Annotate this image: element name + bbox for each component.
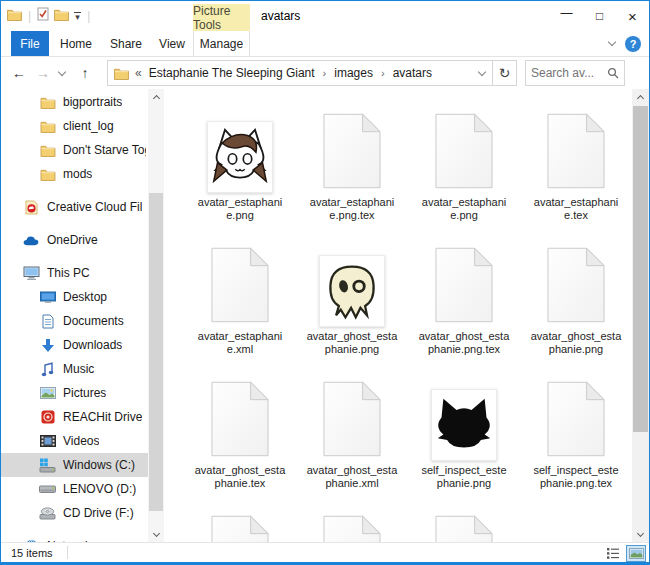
sidebar-item-windows-c[interactable]: Windows (C:)	[1, 453, 148, 477]
file-item[interactable]	[408, 503, 520, 542]
scroll-up-icon[interactable]	[148, 89, 164, 104]
new-folder-icon[interactable]	[54, 7, 69, 25]
file-item[interactable]	[296, 503, 408, 542]
sidebar-item-network[interactable]: Network	[1, 534, 148, 542]
caption-buttons: — □ ×	[550, 1, 649, 31]
file-item-avatar-ghost-estaphanie-png[interactable]: avatar_ghost_estaphanie.png	[520, 235, 632, 369]
tab-share[interactable]: Share	[103, 31, 149, 56]
qat-separator: |	[27, 9, 32, 23]
address-box[interactable]: « Estaphanie The Sleeping Giant › images…	[107, 60, 517, 86]
sidebar-item-client-log[interactable]: client_log	[1, 114, 148, 138]
sidebar-item-label: REACHit Drive	[63, 410, 142, 424]
main-scrollbar[interactable]	[632, 89, 649, 542]
sidebar-item-this-pc[interactable]: This PC	[1, 261, 148, 285]
sidebar-tree: bigportraitsclient_logDon't Starve Togmo…	[1, 90, 148, 542]
sidebar-scrollbar[interactable]	[148, 89, 164, 542]
sidebar-item-videos[interactable]: Videos	[1, 429, 148, 453]
file-item-avatar-estaphanie-png-tex[interactable]: avatar_estaphanie.png.tex	[296, 101, 408, 235]
ribbon-tabs: File Home Share View Manage ?	[1, 31, 649, 57]
file-item-avatar-estaphanie-xml[interactable]: avatar_estaphanie.xml	[184, 235, 296, 369]
sidebar-item-label: Documents	[63, 314, 124, 328]
qat-customize-icon[interactable]: ▾	[74, 12, 81, 20]
breadcrumb-segment[interactable]: images	[332, 66, 375, 80]
sidebar-item-pictures[interactable]: Pictures	[1, 381, 148, 405]
file-item-self-inspect-estephanie-png[interactable]: self_inspect_estephanie.png	[408, 369, 520, 503]
file-item-avatar-ghost-estaphanie-tex[interactable]: avatar_ghost_estaphanie.tex	[184, 369, 296, 503]
file-item-avatar-ghost-estaphanie-png-tex[interactable]: avatar_ghost_estaphanie.png.tex	[408, 235, 520, 369]
file-item-avatar-estaphanie-png[interactable]: avatar_estaphanie.png	[184, 101, 296, 235]
drive-icon	[39, 481, 56, 498]
breadcrumb-segment[interactable]: Estaphanie The Sleeping Giant	[147, 66, 317, 80]
tab-file[interactable]: File	[11, 31, 49, 56]
file-label: avatar_ghost_estaphanie.png	[297, 330, 407, 356]
breadcrumb-segment[interactable]: avatars	[391, 66, 434, 80]
document-file-icon	[211, 247, 269, 327]
scroll-down-icon[interactable]	[632, 527, 648, 542]
sidebar-item-label: Creative Cloud Fil	[47, 200, 142, 214]
sidebar-item-label: OneDrive	[47, 233, 98, 247]
sidebar-item-documents[interactable]: Documents	[1, 309, 148, 333]
maximize-button[interactable]: □	[583, 1, 616, 31]
sidebar-item-music[interactable]: Music	[1, 357, 148, 381]
search-icon[interactable]	[607, 67, 619, 79]
reachit-icon	[39, 409, 56, 426]
document-file-icon	[547, 247, 605, 327]
document-file-icon	[435, 113, 493, 193]
tab-view[interactable]: View	[153, 31, 191, 56]
sidebar-item-cd-drive-f[interactable]: CD Drive (F:)	[1, 501, 148, 525]
search-input[interactable]	[531, 66, 607, 80]
breadcrumb-separator: ›	[317, 67, 333, 79]
sidebar-item-downloads[interactable]: Downloads	[1, 333, 148, 357]
sidebar-item-label: Pictures	[63, 386, 106, 400]
large-icons-view-button[interactable]	[626, 545, 646, 562]
file-item-avatar-estaphanie-tex[interactable]: avatar_estaphanie.tex	[520, 101, 632, 235]
picture-tools-tab[interactable]: Picture Tools	[193, 4, 250, 31]
scrollbar-thumb[interactable]	[149, 193, 163, 511]
pictures-icon	[39, 385, 56, 402]
refresh-button[interactable]: ↻	[492, 61, 516, 85]
folder-icon[interactable]	[7, 7, 22, 25]
tab-home[interactable]: Home	[53, 31, 99, 56]
file-item-avatar-ghost-estaphanie-png[interactable]: avatar_ghost_estaphanie.png	[296, 235, 408, 369]
up-button[interactable]: ↑	[73, 61, 97, 85]
minimize-button[interactable]: —	[550, 1, 583, 31]
status-bar: 15 items	[1, 542, 649, 562]
sidebar-item-reachit-drive[interactable]: REACHit Drive	[1, 405, 148, 429]
window-title: avatars	[261, 1, 300, 31]
sidebar-item-desktop[interactable]: Desktop	[1, 285, 148, 309]
status-separator	[67, 546, 68, 559]
scroll-up-icon[interactable]	[632, 89, 648, 104]
properties-check-icon[interactable]	[37, 7, 49, 25]
sidebar-item-onedrive[interactable]: OneDrive	[1, 228, 148, 252]
file-item[interactable]	[184, 503, 296, 542]
address-dropdown-icon[interactable]	[472, 72, 492, 75]
search-box	[525, 60, 625, 86]
back-button[interactable]: ←	[7, 61, 31, 85]
ghost-thumbnail-icon	[319, 255, 385, 327]
file-item-avatar-estaphanie-png[interactable]: avatar_estaphanie.png	[408, 101, 520, 235]
details-view-button[interactable]	[603, 545, 623, 562]
close-button[interactable]: ×	[616, 1, 649, 31]
file-label: avatar_ghost_estaphanie.png	[521, 330, 631, 356]
sidebar-item-creative-cloud-fil[interactable]: Creative Cloud Fil	[1, 195, 148, 219]
forward-button[interactable]: →	[31, 61, 55, 85]
scrollbar-thumb[interactable]	[633, 106, 648, 432]
expand-ribbon-icon[interactable]	[608, 38, 616, 46]
file-item-self-inspect-estephanie-png-tex[interactable]: self_inspect_estephanie.png.tex	[520, 369, 632, 503]
sidebar-item-don-t-starve-tog[interactable]: Don't Starve Tog	[1, 138, 148, 162]
sidebar-item-label: Don't Starve Tog	[63, 143, 146, 157]
onedrive-icon	[23, 232, 40, 249]
scroll-down-icon[interactable]	[148, 527, 164, 542]
document-file-icon	[547, 113, 605, 193]
help-icon[interactable]: ?	[625, 36, 641, 52]
address-bar: ← → ↑ « Estaphanie The Sleeping Giant › …	[1, 57, 649, 89]
file-label: avatar_estaphanie.png	[185, 196, 295, 222]
history-dropdown-icon[interactable]	[55, 61, 69, 85]
sidebar-item-mods[interactable]: mods	[1, 162, 148, 186]
sidebar-item-bigportraits[interactable]: bigportraits	[1, 90, 148, 114]
breadcrumb-overflow[interactable]: «	[135, 66, 142, 80]
tab-manage[interactable]: Manage	[193, 31, 250, 56]
sidebar-item-lenovo-d[interactable]: LENOVO (D:)	[1, 477, 148, 501]
file-item-avatar-ghost-estaphanie-xml[interactable]: avatar_ghost_estaphanie.xml	[296, 369, 408, 503]
file-label: avatar_estaphanie.png	[409, 196, 519, 222]
